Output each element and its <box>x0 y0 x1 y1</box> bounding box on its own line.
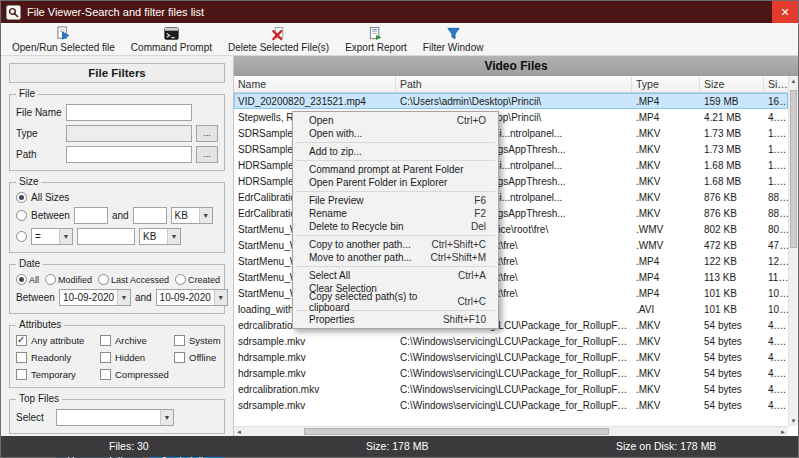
checkbox-icon[interactable] <box>16 335 27 346</box>
cell-type: .MP4 <box>632 256 700 267</box>
attribute-checkbox-item[interactable]: System <box>174 335 224 346</box>
file-group-legend: File <box>16 88 38 99</box>
date-created-label: Created <box>188 275 220 285</box>
cell-name: sdrsample.mkv <box>234 336 396 347</box>
cell-name: sdrsample.mkv <box>234 400 396 411</box>
attribute-checkbox-item[interactable]: Hidden <box>100 352 172 363</box>
top-files-select[interactable]: ▼ <box>56 409 174 426</box>
checkbox-icon[interactable] <box>100 352 111 363</box>
date-and-label: and <box>135 292 152 303</box>
context-menu-item[interactable]: Rename F2 <box>293 207 498 220</box>
date-last-accessed-radio[interactable] <box>98 274 109 285</box>
context-menu-item[interactable]: Add to zip... <box>293 145 498 158</box>
table-row[interactable]: hdrsample.mkv C:\Windows\servicing\LCU\P… <box>234 365 788 381</box>
column-header-name[interactable]: Name <box>234 76 396 92</box>
open-run-button[interactable]: Open/Run Selected file <box>4 23 123 55</box>
scroll-down-icon[interactable]: ▼ <box>789 416 798 426</box>
column-header-size[interactable]: Size <box>700 76 764 92</box>
context-menu-item[interactable]: Command prompt at Parent Folder <box>293 163 498 176</box>
vertical-scroll-thumb[interactable] <box>790 90 797 248</box>
checkbox-icon[interactable] <box>174 352 185 363</box>
checkbox-icon[interactable] <box>100 335 111 346</box>
table-row[interactable]: hdrsample.mkv C:\Windows\servicing\LCU\P… <box>234 349 788 365</box>
size-to-input[interactable] <box>133 207 167 224</box>
attribute-checkbox-item[interactable]: Any attribute <box>16 335 98 346</box>
path-label: Path <box>16 149 62 160</box>
cell-size: 159 MB <box>700 96 764 107</box>
context-menu-item[interactable]: File Preview F6 <box>293 194 498 207</box>
table-row[interactable]: sdrsample.mkv C:\Windows\servicing\LCU\P… <box>234 397 788 413</box>
attribute-checkbox-item[interactable]: Readonly <box>16 352 98 363</box>
context-menu: Open Ctrl+O Open with... Add to zip... C… <box>292 111 499 329</box>
date-to-picker[interactable]: 10-09-2020 ▼ <box>156 289 228 306</box>
horizontal-scroll-thumb[interactable] <box>304 428 609 435</box>
chevron-down-icon: ▼ <box>167 229 180 244</box>
path-input[interactable] <box>66 146 192 163</box>
context-menu-item[interactable]: Select All Ctrl+A <box>293 269 498 282</box>
cell-size: 876 KB <box>700 208 764 219</box>
checkbox-icon[interactable] <box>100 369 111 380</box>
cell-type: .MKV <box>632 144 700 155</box>
cell-type: .MP4 <box>632 272 700 283</box>
delete-selected-button[interactable]: Delete Selected File(s) <box>220 23 337 55</box>
size-operator-select[interactable]: = ▼ <box>31 228 73 245</box>
date-from-picker[interactable]: 10-09-2020 ▼ <box>59 289 131 306</box>
context-menu-item[interactable]: Copy to another path... Ctrl+Shift+C <box>293 238 498 251</box>
date-from-value: 10-09-2020 <box>63 292 114 303</box>
attribute-checkbox-item[interactable]: Compressed <box>100 369 172 380</box>
column-header-path[interactable]: Path <box>396 76 632 92</box>
all-sizes-radio[interactable] <box>16 192 27 203</box>
menu-separator <box>296 191 495 192</box>
checkbox-icon[interactable] <box>16 369 27 380</box>
context-menu-item[interactable]: Open Parent Folder in Explorer <box>293 176 498 189</box>
attribute-checkbox-item[interactable]: Archive <box>100 335 172 346</box>
close-button[interactable]: ✕ <box>772 1 798 23</box>
type-browse-button[interactable]: ... <box>196 125 218 142</box>
context-menu-item[interactable]: Properties Shift+F10 <box>293 313 498 326</box>
context-menu-item[interactable]: Copy selected path(s) to clipboard Ctrl+… <box>293 295 498 308</box>
column-header-type[interactable]: Type <box>632 76 700 92</box>
menu-item-label: Select All <box>309 270 350 281</box>
titlebar: File Viewer-Search and filter files list… <box>1 1 798 23</box>
size-unit-select[interactable]: KB ▼ <box>171 207 213 224</box>
size-operator-radio[interactable] <box>16 231 27 242</box>
checkbox-icon[interactable] <box>16 352 27 363</box>
date-created-radio[interactable] <box>175 274 186 285</box>
table-row[interactable]: VID_20200820_231521.mp4 C:\Users\admin\D… <box>234 93 788 109</box>
date-modified-radio[interactable] <box>45 274 56 285</box>
filter-window-button[interactable]: Filter Window <box>415 23 492 55</box>
horizontal-scrollbar[interactable]: ◄ ► <box>234 426 788 436</box>
path-browse-button[interactable]: ... <box>196 146 218 163</box>
cell-size-on-disk: 4.00 KB <box>764 336 788 347</box>
export-report-button[interactable]: Export Report <box>337 23 415 55</box>
scroll-up-icon[interactable]: ▲ <box>789 76 798 86</box>
context-menu-item[interactable]: Delete to Recycle bin Del <box>293 220 498 233</box>
vertical-scrollbar[interactable]: ▲ ▼ <box>788 76 798 426</box>
command-prompt-button[interactable]: Command Prompt <box>123 23 220 55</box>
table-row[interactable]: sdrsample.mkv C:\Windows\servicing\LCU\P… <box>234 333 788 349</box>
cell-size: 54 bytes <box>700 384 764 395</box>
column-header-size-on-disk[interactable]: Size on Disk <box>764 76 788 92</box>
cell-path: C:\Windows\servicing\LCU\Package_for_Rol… <box>396 384 632 395</box>
size-value-unit-select[interactable]: KB ▼ <box>139 228 181 245</box>
file-name-input[interactable] <box>66 104 192 121</box>
cell-type: .MKV <box>632 384 700 395</box>
filter-window-label: Filter Window <box>423 42 484 53</box>
size-between-radio[interactable] <box>16 210 27 221</box>
cell-name: hdrsample.mkv <box>234 352 396 363</box>
size-from-input[interactable] <box>74 207 108 224</box>
type-input[interactable] <box>66 125 192 142</box>
cell-type: .MKV <box>632 208 700 219</box>
type-label: Type <box>16 128 62 139</box>
cell-type: .MP4 <box>632 96 700 107</box>
attribute-checkbox-item[interactable]: Offline <box>174 352 224 363</box>
context-menu-item[interactable]: Move to another path... Ctrl+Shift+M <box>293 251 498 264</box>
checkbox-icon[interactable] <box>174 335 185 346</box>
context-menu-item[interactable]: Open with... <box>293 127 498 140</box>
context-menu-item[interactable]: Open Ctrl+O <box>293 114 498 127</box>
date-all-radio[interactable] <box>16 274 27 285</box>
table-row[interactable]: edrcalibration.mkv C:\Windows\servicing\… <box>234 381 788 397</box>
size-group-legend: Size <box>16 176 41 187</box>
attribute-checkbox-item[interactable]: Temporary <box>16 369 98 380</box>
size-value-input[interactable] <box>77 228 135 245</box>
